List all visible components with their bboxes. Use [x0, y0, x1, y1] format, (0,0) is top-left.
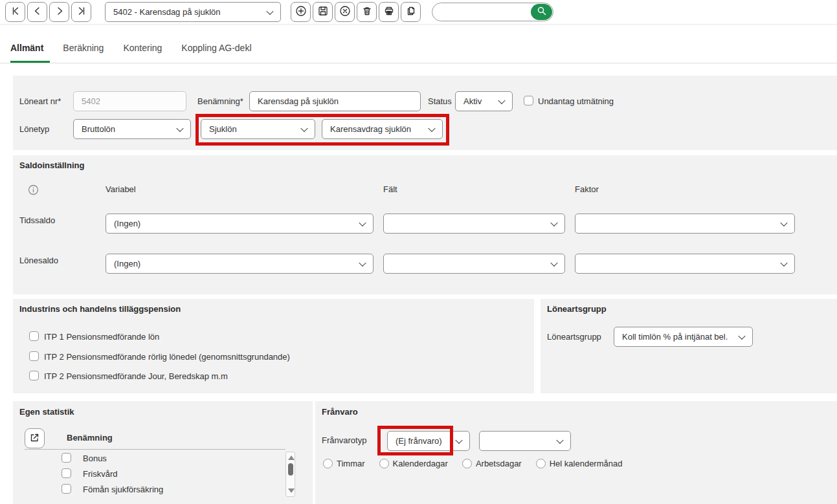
record-selector[interactable]: 5402 - Karensdag på sjuklön — [105, 2, 281, 22]
tidssaldo-faktor-select[interactable] — [575, 214, 795, 234]
undantag-utmatning-checkbox[interactable] — [524, 96, 533, 105]
general-panel: Löneart nr* 5402 Benämning* Karensdag på… — [13, 76, 837, 150]
tab-allmant[interactable]: Allmänt — [10, 43, 43, 53]
benamning-column-header: Benämning — [67, 433, 113, 443]
scroll-up-icon[interactable] — [288, 455, 295, 460]
add-record-button[interactable] — [291, 2, 311, 22]
itp2-jour-checkbox[interactable] — [29, 371, 39, 380]
save-icon — [317, 5, 329, 19]
statistik-bonus-checkbox[interactable] — [61, 453, 71, 463]
first-record-button[interactable] — [5, 2, 25, 22]
saldo-col-falt: Fält — [383, 184, 397, 194]
last-record-button[interactable] — [71, 2, 91, 22]
franvaro-panel: Frånvaro Frånvarotyp (Ej frånvaro) Timma… — [315, 401, 837, 504]
loneartsgrupp-panel: Löneartsgrupp Löneartsgrupp Koll timlön … — [541, 299, 837, 393]
save-button[interactable] — [313, 2, 333, 22]
egen-statistik-title: Egen statistik — [19, 407, 74, 417]
itp1-label: ITP 1 Pensionsmedförande lön — [44, 332, 159, 342]
loneartsgrupp-select[interactable]: Koll timlön % på intjänat bel. — [614, 327, 753, 347]
status-select[interactable]: Aktiv — [455, 91, 513, 111]
timmar-radio[interactable] — [323, 459, 333, 468]
list-scrollbar[interactable] — [285, 452, 295, 497]
tidssaldo-falt-select[interactable] — [383, 214, 565, 234]
lonetyp-select[interactable]: Bruttolön — [73, 119, 191, 139]
itp-title: Industrins och handelns tilläggspension — [19, 304, 181, 314]
tidssaldo-variabel-select[interactable]: (Ingen) — [106, 214, 374, 234]
undantag-utmatning-label: Undantag utmätning — [538, 96, 614, 106]
franvaro-secondary-select[interactable] — [479, 431, 571, 451]
franvarotyp-select[interactable]: (Ej frånvaro) — [387, 431, 470, 451]
lonesaldo-falt-select[interactable] — [383, 254, 565, 274]
previous-record-button[interactable] — [27, 2, 47, 22]
saldo-title: Saldoinställning — [19, 160, 84, 170]
statistik-bonus-label: Bonus — [83, 454, 107, 463]
plus-circle-icon — [295, 5, 307, 19]
first-record-icon — [10, 6, 21, 18]
print-button[interactable] — [379, 2, 399, 22]
lonesaldo-variabel-select[interactable]: (Ingen) — [106, 254, 374, 274]
loneartsgrupp-label: Löneartsgrupp — [547, 332, 601, 342]
tab-koppling-ag-dekl[interactable]: Koppling AG-dekl — [181, 43, 251, 53]
egen-statistik-panel: Egen statistik Benämning Bonus Friskvård… — [13, 401, 313, 504]
itp2-rorlig-checkbox[interactable] — [29, 351, 39, 361]
lonesaldo-faktor-select[interactable] — [575, 254, 795, 274]
itp1-checkbox[interactable] — [29, 331, 39, 341]
scroll-thumb[interactable] — [288, 463, 293, 476]
search-button[interactable] — [531, 4, 552, 20]
saldo-col-faktor: Faktor — [575, 184, 599, 194]
kalenderdagar-label: Kalenderdagar — [393, 459, 448, 468]
info-icon[interactable] — [26, 182, 40, 197]
loneart-nr-input: 5402 — [73, 91, 186, 111]
tab-bar: Allmänt Beräkning Kontering Koppling AG-… — [10, 43, 252, 53]
search-field — [432, 3, 553, 21]
franvaro-unit-radios: Timmar Kalenderdagar Arbetsdagar Hel kal… — [323, 459, 622, 468]
saldo-panel: Saldoinställning Variabel Fält Faktor Ti… — [13, 155, 837, 294]
tab-berakning[interactable]: Beräkning — [63, 43, 104, 53]
itp2-jour-label: ITP 2 Pensionsmedförande Jour, Beredskap… — [44, 371, 228, 381]
external-link-icon — [29, 432, 40, 445]
copy-icon — [405, 5, 417, 19]
open-statistik-button[interactable] — [25, 428, 45, 448]
loneartsgrupp-title: Löneartsgrupp — [547, 304, 607, 314]
benamning-input[interactable]: Karensdag på sjuklön — [249, 91, 421, 111]
trash-icon — [361, 5, 373, 19]
x-circle-icon — [339, 5, 351, 19]
status-label: Status — [428, 96, 452, 106]
benamning-label: Benämning* — [197, 96, 243, 106]
list-header-divider — [25, 449, 285, 450]
chevron-left-icon — [32, 6, 43, 18]
statistik-friskvard-checkbox[interactable] — [61, 468, 71, 478]
next-record-button[interactable] — [49, 2, 69, 22]
hel-kalendermanad-label: Hel kalendermånad — [550, 459, 623, 468]
itp-panel: Industrins och handelns tilläggspension … — [13, 299, 534, 393]
arbetsdagar-label: Arbetsdagar — [476, 459, 522, 468]
kalenderdagar-radio[interactable] — [379, 459, 389, 468]
search-input[interactable] — [441, 4, 532, 20]
arbetsdagar-radio[interactable] — [462, 459, 472, 468]
tab-kontering[interactable]: Kontering — [123, 43, 162, 53]
tabs-separator — [0, 63, 837, 63]
copy-button[interactable] — [401, 2, 421, 22]
lonetyp-subdetail-select[interactable]: Karensavdrag sjuklön — [322, 119, 443, 139]
cancel-button[interactable] — [335, 2, 355, 22]
saldo-col-variabel: Variabel — [106, 184, 136, 194]
search-icon — [537, 6, 547, 18]
franvaro-title: Frånvaro — [322, 407, 358, 417]
chevron-right-icon — [54, 6, 65, 18]
statistik-sjukforsakring-label: Fömån sjukförsäkring — [83, 485, 163, 494]
toolbar: 5402 - Karensdag på sjuklön — [0, 0, 837, 25]
statistik-friskvard-label: Friskvård — [83, 469, 117, 479]
printer-icon — [383, 5, 395, 19]
lonesaldo-label: Lönesaldo — [19, 256, 58, 265]
delete-button[interactable] — [357, 2, 377, 22]
timmar-label: Timmar — [337, 459, 365, 468]
statistik-sjukforsakring-checkbox[interactable] — [61, 484, 71, 494]
scroll-down-icon[interactable] — [288, 488, 295, 493]
lonetyp-detail-select[interactable]: Sjuklön — [201, 119, 315, 139]
loneart-nr-label: Löneart nr* — [19, 96, 61, 106]
franvarotyp-label: Frånvarotyp — [322, 435, 366, 445]
lonetyp-label: Lönetyp — [19, 124, 49, 134]
tidssaldo-label: Tidssaldo — [19, 215, 55, 225]
loneart-window: 5402 - Karensdag på sjuklön Allmänt Be — [0, 0, 837, 504]
hel-kalendermanad-radio[interactable] — [536, 459, 546, 468]
